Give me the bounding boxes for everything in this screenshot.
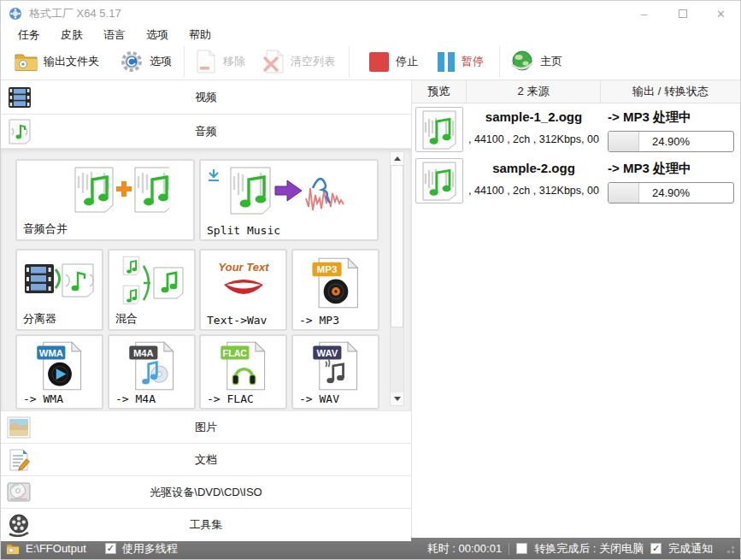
tool-label: -> WAV: [299, 392, 339, 405]
m4a-file-icon: M4A: [109, 339, 194, 392]
svg-text:WAV: WAV: [316, 348, 338, 358]
header-source[interactable]: 2 来源: [467, 80, 601, 103]
notify-checkbox[interactable]: ✓: [650, 543, 662, 554]
svg-text:MP3: MP3: [316, 264, 337, 274]
flac-file-icon: FLAC: [201, 339, 285, 392]
text-to-wav-icon: Your Text: [201, 259, 285, 309]
task-row[interactable]: sample-1_2.ogg , 44100 , 2ch , 312Kbps, …: [412, 103, 740, 155]
scroll-up-arrow[interactable]: [391, 152, 403, 165]
pause-icon: [437, 51, 456, 73]
tool-mux[interactable]: 混合: [108, 249, 196, 331]
progress-percent: 24.90%: [609, 183, 733, 203]
tool-to-wav[interactable]: WAV -> WAV: [291, 334, 379, 410]
multithread-label: 使用多线程: [122, 541, 178, 557]
minimize-button[interactable]: –: [625, 1, 663, 27]
category-document[interactable]: 文档: [1, 444, 411, 476]
category-picture-label: 图片: [1, 420, 411, 435]
header-status[interactable]: 输出 / 转换状态: [601, 80, 740, 103]
statusbar-separator: [509, 543, 509, 555]
tool-to-m4a[interactable]: M4A -> M4A: [108, 334, 196, 410]
task-progress-bar: 24.90%: [608, 131, 734, 152]
output-folder-button[interactable]: 输出文件夹: [15, 52, 99, 71]
task-status: -> MP3 处理中: [608, 109, 691, 126]
tool-label: -> FLAC: [207, 392, 254, 405]
menu-help[interactable]: 帮助: [182, 27, 218, 43]
category-video-label: 视频: [1, 90, 411, 105]
folder-icon: [15, 52, 38, 71]
home-globe-icon: [510, 50, 534, 74]
tool-label: -> MP3: [299, 314, 339, 327]
menu-skin[interactable]: 皮肤: [54, 27, 90, 43]
menu-task[interactable]: 任务: [11, 27, 47, 43]
task-panel: 预览 2 来源 输出 / 转换状态 sample-1_2.ogg , 44100…: [412, 80, 740, 538]
toolbar-separator: [499, 46, 500, 77]
task-status: -> MP3 处理中: [608, 161, 691, 177]
tool-audio-join[interactable]: 音频合并: [15, 159, 195, 241]
scrollbar-thumb[interactable]: [391, 165, 403, 327]
options-button[interactable]: 选项: [120, 50, 172, 74]
elapsed-time: 耗时 : 00:00:01: [427, 541, 502, 557]
titlebar: 格式工厂 X64 5.17 – ✕: [1, 1, 740, 27]
tool-label: -> WMA: [23, 392, 63, 405]
clear-list-icon: [262, 50, 285, 74]
header-preview[interactable]: 预览: [412, 80, 467, 103]
tool-text-to-wav[interactable]: Your Text Text->Wav: [199, 249, 287, 331]
pause-button[interactable]: 暂停: [437, 51, 484, 73]
toolbar-separator: [349, 46, 350, 77]
stop-label: 停止: [396, 54, 418, 69]
app-icon: [9, 7, 22, 21]
resize-grip[interactable]: [725, 544, 735, 554]
options-label: 选项: [150, 54, 172, 69]
remove-button[interactable]: 移除: [195, 50, 245, 74]
remove-document-icon: [195, 50, 217, 74]
task-details: , 44100 , 2ch , 312Kbps, 00: [468, 133, 601, 145]
audio-tools-grid: 音频合并: [1, 149, 411, 411]
tool-to-wma[interactable]: WMA -> WMA: [15, 334, 103, 410]
stop-icon: [368, 51, 390, 73]
tool-to-flac[interactable]: FLAC -> FLAC: [199, 334, 287, 410]
task-details: , 44100 , 2ch , 312Kbps, 00: [468, 185, 601, 197]
menu-options[interactable]: 选项: [139, 27, 175, 43]
svg-text:FLAC: FLAC: [222, 348, 247, 358]
category-disc-device-label: 光驱设备\DVD\CD\ISO: [1, 485, 411, 500]
category-audio[interactable]: 音频: [1, 115, 411, 149]
svg-text:Your Text: Your Text: [218, 261, 269, 274]
tool-splitter[interactable]: 分离器: [15, 249, 103, 331]
task-row[interactable]: sample-2.ogg , 44100 , 2ch , 312Kbps, 00…: [412, 155, 740, 206]
category-picture[interactable]: 图片: [1, 411, 411, 444]
progress-percent: 24.90%: [609, 132, 733, 151]
close-button[interactable]: ✕: [702, 1, 740, 27]
audio-file-thumbnail: [415, 158, 463, 203]
shutdown-after-checkbox[interactable]: ✓: [516, 543, 527, 554]
maximize-button[interactable]: [663, 1, 702, 27]
shutdown-after-label: 转换完成后 : 关闭电脑: [534, 541, 644, 557]
task-filename: sample-1_2.ogg: [467, 109, 601, 124]
tool-label: Text->Wav: [207, 314, 267, 327]
category-disc-device[interactable]: 光驱设备\DVD\CD\ISO: [1, 476, 411, 509]
category-audio-label: 音频: [1, 124, 411, 139]
output-folder-small-icon: [6, 543, 20, 555]
home-label: 主页: [540, 54, 562, 69]
tool-split-music[interactable]: Split Music: [199, 159, 379, 241]
category-panel: 视频 音频: [1, 80, 412, 538]
clear-list-button[interactable]: 清空列表: [262, 50, 335, 74]
menubar: 任务 皮肤 语言 选项 帮助: [1, 27, 740, 44]
grid-scrollbar[interactable]: [390, 151, 404, 406]
menu-language[interactable]: 语言: [97, 27, 132, 43]
category-video[interactable]: 视频: [1, 80, 411, 115]
tool-label: 分离器: [23, 311, 56, 327]
category-document-label: 文档: [1, 452, 411, 468]
scroll-down-arrow[interactable]: [391, 392, 403, 405]
output-path[interactable]: E:\FFOutput: [26, 542, 86, 555]
home-button[interactable]: 主页: [510, 50, 562, 74]
gear-icon: [120, 50, 144, 74]
stop-button[interactable]: 停止: [368, 51, 418, 73]
multithread-checkbox[interactable]: ✓: [105, 543, 116, 554]
audio-join-icon: [17, 164, 193, 221]
splitter-icon: [17, 257, 102, 309]
tool-label: Split Music: [207, 224, 280, 237]
tool-label: 混合: [115, 311, 138, 327]
tool-to-mp3[interactable]: MP3 -> MP3: [291, 249, 379, 331]
mux-icon: [109, 256, 194, 310]
category-toolset[interactable]: 工具集: [1, 509, 411, 541]
